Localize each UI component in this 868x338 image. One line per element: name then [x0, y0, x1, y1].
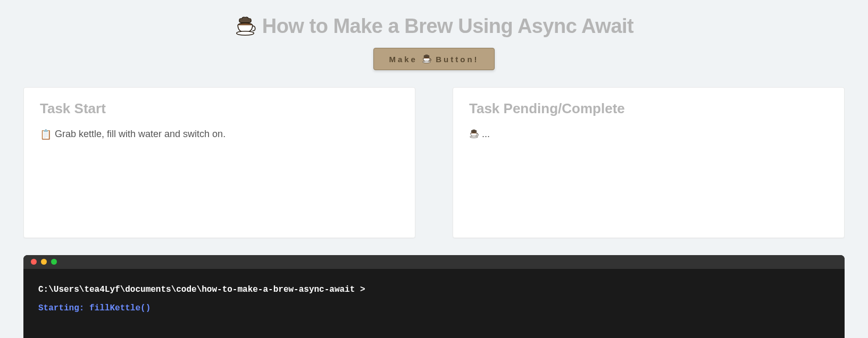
- terminal-titlebar: [23, 255, 845, 269]
- page-header: How to Make a Brew Using Async Await Mak…: [0, 0, 868, 70]
- task-text: Grab kettle, fill with water and switch …: [55, 129, 226, 140]
- make-brew-button[interactable]: Make Button!: [373, 48, 494, 70]
- coffee-icon: [422, 54, 431, 64]
- clipboard-icon: 📋: [40, 129, 52, 140]
- terminal-line: Starting: fillKettle(): [38, 299, 830, 318]
- button-wrap: Make Button!: [0, 48, 868, 70]
- task-pending-panel[interactable]: Task Pending/Complete ...: [453, 87, 845, 238]
- terminal-window: C:\Users\tea4Lyf\documents\code\how-to-m…: [23, 255, 845, 339]
- task-start-panel[interactable]: Task Start 📋 Grab kettle, fill with wate…: [23, 87, 415, 238]
- title-row: How to Make a Brew Using Async Await: [235, 15, 634, 38]
- button-label-prefix: Make: [389, 55, 418, 64]
- coffee-icon: [469, 129, 479, 139]
- terminal-body[interactable]: C:\Users\tea4Lyf\documents\code\how-to-m…: [23, 269, 845, 339]
- panel-heading: Task Pending/Complete: [469, 100, 828, 117]
- minimize-icon[interactable]: [41, 259, 47, 265]
- task-text: ...: [482, 129, 490, 140]
- terminal-prompt: C:\Users\tea4Lyf\documents\code\how-to-m…: [38, 281, 830, 299]
- maximize-icon[interactable]: [51, 259, 57, 265]
- button-label-suffix: Button!: [436, 55, 479, 64]
- task-row: 📋 Grab kettle, fill with water and switc…: [40, 129, 399, 140]
- task-row: ...: [469, 129, 828, 140]
- close-icon[interactable]: [31, 259, 37, 265]
- panels-row: Task Start 📋 Grab kettle, fill with wate…: [0, 70, 868, 238]
- page-title: How to Make a Brew Using Async Await: [262, 15, 634, 38]
- panel-heading: Task Start: [40, 100, 399, 117]
- coffee-icon: [235, 16, 256, 37]
